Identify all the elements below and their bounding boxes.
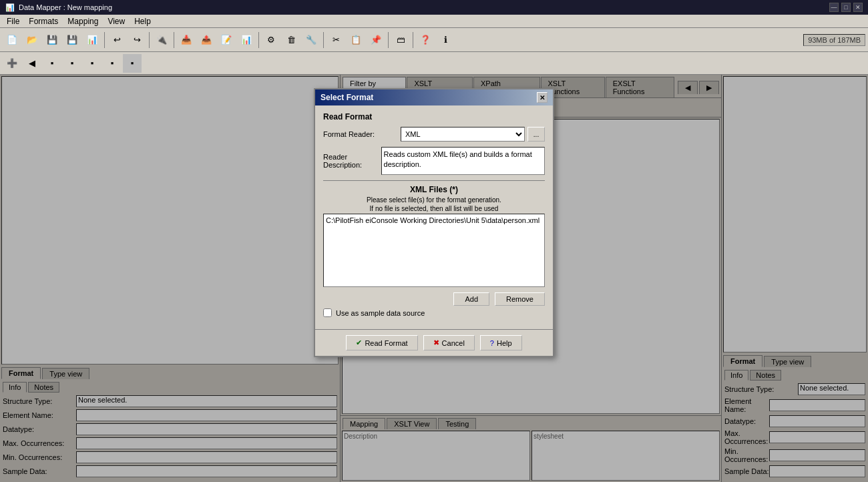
paste-btn[interactable]: 📌	[367, 31, 385, 49]
maximize-btn[interactable]: □	[841, 3, 851, 12]
close-btn[interactable]: ✕	[853, 3, 863, 12]
dialog-section-title: Read Format	[323, 112, 545, 122]
sep7	[413, 32, 413, 48]
read-format-icon: ✔	[356, 338, 362, 347]
sep2	[149, 32, 150, 48]
read-format-btn[interactable]: ✔ Read Format	[346, 335, 417, 350]
import-btn[interactable]: 📥	[177, 31, 196, 49]
sep1	[104, 32, 105, 48]
format-reader-row: Format Reader: XML ...	[323, 127, 545, 142]
tb-tools-btn[interactable]: 🔧	[302, 31, 320, 49]
sep6	[388, 32, 389, 48]
title-bar: 📊 Data Mapper : New mapping — □ ✕	[0, 0, 868, 15]
file-item-1: C:\PilotFish eiConsole Working Directori…	[326, 216, 542, 224]
sub-btn-3[interactable]: ▪	[43, 54, 61, 73]
read-format-label: Read Format	[365, 339, 407, 347]
use-sample-row: Use as sample data source	[323, 308, 545, 317]
reader-desc-label: Reader Description:	[323, 153, 377, 169]
reader-desc-box: Reads custom XML file(s) and builds a fo…	[381, 147, 545, 175]
format-reader-select[interactable]: XML	[401, 127, 525, 142]
dialog-body: Read Format Format Reader: XML ... Reade…	[315, 105, 553, 329]
sub-toolbar: ➕ ◀ ▪ ▪ ▪ ▪ ▪	[0, 52, 868, 75]
app-title: Data Mapper : New mapping	[19, 3, 112, 11]
format-reader-wrap: XML ...	[401, 127, 545, 142]
xml-files-sub2: If no file is selected, then all list wi…	[323, 205, 545, 212]
dialog-overlay: Select Format ✕ Read Format Format Reade…	[0, 75, 868, 482]
menu-view[interactable]: View	[103, 15, 129, 27]
remove-file-btn[interactable]: Remove	[495, 292, 545, 306]
xml-files-sub1: Please select file(s) for the format gen…	[323, 196, 545, 204]
sub-btn-5[interactable]: ▪	[83, 54, 101, 73]
use-sample-checkbox[interactable]	[323, 308, 332, 317]
help-icon: ?	[490, 339, 494, 347]
add-remove-row: Add Remove	[323, 292, 545, 306]
sub-btn-1[interactable]: ➕	[3, 54, 21, 73]
main-area: Format Type view Info Notes Structure Ty…	[0, 75, 868, 482]
sub-btn-7[interactable]: ▪	[123, 54, 142, 73]
reader-desc-row: Reader Description: Reads custom XML fil…	[323, 147, 545, 175]
connect-btn[interactable]: 🔌	[152, 31, 171, 49]
save-btn[interactable]: 💾	[63, 31, 81, 49]
redo-btn[interactable]: ↪	[128, 31, 146, 49]
new-btn[interactable]: 📄	[3, 31, 21, 49]
menu-formats[interactable]: Formats	[25, 15, 62, 27]
sep4	[258, 32, 259, 48]
xml-files-title: XML Files (*)	[323, 185, 545, 194]
help-label: Help	[497, 339, 512, 347]
undo-btn[interactable]: ↩	[107, 31, 126, 49]
menu-mapping[interactable]: Mapping	[63, 15, 102, 27]
tb-info-btn[interactable]: ℹ	[436, 31, 455, 49]
app-icon: 📊	[5, 3, 15, 12]
menu-bar: File Formats Mapping View Help	[0, 15, 868, 28]
sep5	[323, 32, 324, 48]
format-reader-browse-btn[interactable]: ...	[527, 127, 545, 142]
copy-btn[interactable]: 📋	[347, 31, 365, 49]
xls-btn[interactable]: 📊	[83, 31, 101, 49]
chart-btn[interactable]: 📊	[237, 31, 256, 49]
sub-btn-2[interactable]: ◀	[23, 54, 41, 73]
dialog-close-btn[interactable]: ✕	[537, 92, 548, 103]
memory-info: 93MB of 187MB	[803, 34, 865, 46]
cancel-label: Cancel	[442, 339, 465, 347]
cancel-btn[interactable]: ✖ Cancel	[423, 335, 475, 350]
export-btn[interactable]: 📤	[197, 31, 216, 49]
tb-help-btn[interactable]: ❓	[416, 31, 435, 49]
sub-btn-4[interactable]: ▪	[63, 54, 81, 73]
edit-btn[interactable]: 📝	[217, 31, 236, 49]
minimize-btn[interactable]: —	[829, 3, 839, 12]
dialog-title-bar: Select Format ✕	[315, 89, 553, 105]
cancel-icon: ✖	[433, 338, 439, 347]
tb-delete-btn[interactable]: 🗑	[282, 31, 300, 49]
help-btn[interactable]: ? Help	[480, 335, 522, 350]
menu-file[interactable]: File	[3, 15, 23, 27]
main-toolbar: 📄 📂 💾 💾 📊 ↩ ↪ 🔌 📥 📤 📝 📊 ⚙ 🗑 🔧 ✂ 📋 📌 🗃 ❓ …	[0, 28, 868, 52]
menu-help[interactable]: Help	[130, 15, 155, 27]
dialog-title-text: Select Format	[320, 93, 373, 102]
select-format-dialog: Select Format ✕ Read Format Format Reade…	[314, 88, 554, 357]
sep3	[174, 32, 174, 48]
add-file-btn[interactable]: Add	[453, 292, 489, 306]
save-copy-btn[interactable]: 💾	[43, 31, 61, 49]
sub-btn-6[interactable]: ▪	[103, 54, 122, 73]
format-reader-label: Format Reader:	[323, 130, 397, 138]
dialog-divider	[323, 180, 545, 181]
dialog-footer: ✔ Read Format ✖ Cancel ? Help	[315, 329, 553, 356]
open-btn[interactable]: 📂	[23, 31, 41, 49]
cut-btn[interactable]: ✂	[327, 31, 345, 49]
tb-settings-btn[interactable]: ⚙	[262, 31, 280, 49]
use-sample-label: Use as sample data source	[336, 309, 425, 317]
xml-files-list[interactable]: C:\PilotFish eiConsole Working Directori…	[323, 214, 545, 287]
db-btn[interactable]: 🗃	[391, 31, 410, 49]
